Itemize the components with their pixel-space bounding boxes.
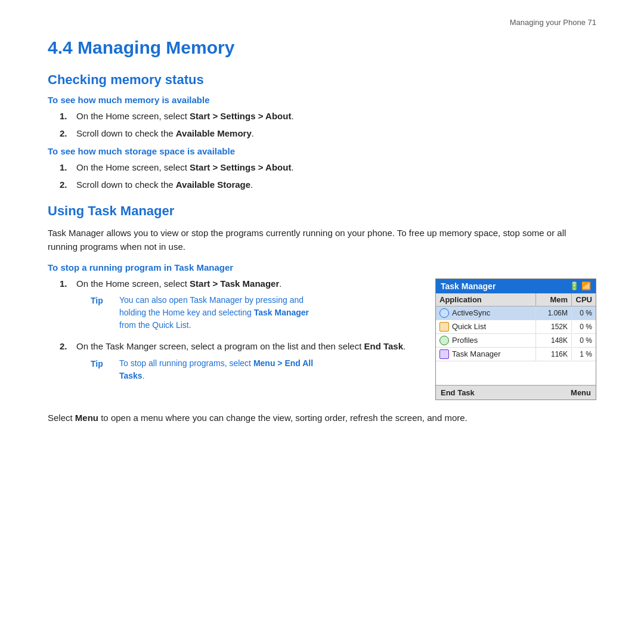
step-text: On the Home screen, select Start > Task …	[76, 277, 417, 337]
tm-app-cell: Quick List	[436, 320, 536, 333]
tip-text-1: You can also open Task Manager by pressi…	[119, 294, 322, 332]
taskmanager-icon	[439, 349, 449, 359]
step-num: 1.	[60, 161, 74, 175]
table-row[interactable]: Task Manager 116K 1 %	[436, 348, 596, 361]
tm-mem-cell: 116K	[536, 348, 572, 360]
step-text: Scroll down to check the Available Stora…	[76, 178, 596, 192]
step-item: 2. Scroll down to check the Available Me…	[60, 127, 596, 141]
tm-mem-cell: 152K	[536, 321, 572, 333]
tm-cpu-cell: 0 %	[572, 307, 596, 319]
tm-menu-button[interactable]: Menu	[571, 388, 591, 397]
step-text: On the Home screen, select Start > Setti…	[76, 110, 596, 123]
tip-label: Tip	[91, 358, 113, 370]
tm-footer: End Task Menu	[436, 385, 596, 400]
step-item: 1. On the Home screen, select Start > Ta…	[60, 277, 417, 337]
task-manager-intro: Task Manager allows you to view or stop …	[48, 226, 596, 254]
tm-col-cpu-header: CPU	[572, 293, 596, 306]
step-item: 2. On the Task Manger screen, select a p…	[60, 340, 417, 387]
step-text: Scroll down to check the Available Memor…	[76, 127, 596, 141]
tm-header-row: Application Mem CPU	[436, 293, 596, 306]
chapter-title: 4.4 Managing Memory	[48, 38, 596, 58]
tm-app-name: ActiveSync	[452, 308, 490, 317]
tip-text-2: To stop all running programs, select Men…	[119, 357, 322, 382]
tm-end-task-button[interactable]: End Task	[441, 388, 475, 397]
step-text: On the Home screen, select Start > Setti…	[76, 161, 596, 175]
tm-mem-cell: 1.06M	[536, 307, 572, 319]
tm-col-mem-header: Mem	[536, 293, 572, 306]
subsection-storage-available: To see how much storage space is availab…	[48, 146, 596, 191]
tm-cpu-cell: 0 %	[572, 335, 596, 346]
task-manager-title: Using Task Manager	[48, 203, 596, 219]
tm-app-cell: Task Manager	[436, 348, 536, 361]
tm-app-cell: ActiveSync	[436, 306, 536, 320]
tm-cpu-cell: 0 %	[572, 321, 596, 333]
tm-app-name: Task Manager	[452, 349, 501, 358]
steps-column: 1. On the Home screen, select Start > Ta…	[48, 277, 417, 393]
step-num: 1.	[60, 277, 74, 291]
quicklist-icon	[439, 322, 449, 332]
task-manager-steps: 1. On the Home screen, select Start > Ta…	[60, 277, 417, 387]
tm-app-cell: Profiles	[436, 334, 536, 347]
step-num: 2.	[60, 340, 74, 354]
storage-available-title: To see how much storage space is availab…	[48, 146, 596, 156]
step-num: 2.	[60, 178, 74, 192]
stop-program-title: To stop a running program in Task Manage…	[48, 262, 596, 273]
two-column-layout: 1. On the Home screen, select Start > Ta…	[48, 277, 596, 400]
section-task-manager: Using Task Manager Task Manager allows y…	[48, 203, 596, 425]
tm-title: Task Manager	[441, 281, 496, 291]
tm-battery-icon: 🔋	[569, 281, 579, 290]
tm-col-app-header: Application	[436, 293, 536, 306]
step-item: 1. On the Home screen, select Start > Se…	[60, 161, 596, 175]
tm-cpu-cell: 1 %	[572, 348, 596, 360]
tip-row-1: Tip You can also open Task Manager by pr…	[91, 294, 417, 332]
tip-row-2: Tip To stop all running programs, select…	[91, 357, 417, 382]
step-text: On the Task Manger screen, select a prog…	[76, 340, 417, 387]
storage-available-steps: 1. On the Home screen, select Start > Se…	[60, 161, 596, 191]
step-item: 1. On the Home screen, select Start > Se…	[60, 110, 596, 123]
tm-empty-row	[436, 361, 596, 385]
tm-titlebar: Task Manager 🔋 📶	[436, 279, 596, 293]
memory-available-steps: 1. On the Home screen, select Start > Se…	[60, 110, 596, 140]
step-num: 2.	[60, 127, 74, 141]
section-checking-memory: Checking memory status To see how much m…	[48, 72, 596, 191]
tm-mem-cell: 148K	[536, 335, 572, 346]
tm-signal-icon: 📶	[581, 281, 591, 290]
activesync-icon	[439, 308, 449, 318]
table-row[interactable]: Profiles 148K 0 %	[436, 334, 596, 348]
page-header: Managing your Phone 71	[48, 18, 596, 27]
step-num: 1.	[60, 110, 74, 123]
subsection-memory-available: To see how much memory is available 1. O…	[48, 95, 596, 140]
tm-app-name: Profiles	[452, 336, 478, 345]
tm-app-name: Quick List	[452, 322, 486, 331]
closing-text: Select Menu to open a menu where you can…	[48, 411, 596, 425]
step-item: 2. Scroll down to check the Available St…	[60, 178, 596, 192]
task-manager-screenshot: Task Manager 🔋 📶 Application Mem CPU Act	[435, 278, 596, 400]
profiles-icon	[439, 336, 449, 345]
tm-titlebar-icons: 🔋 📶	[569, 281, 591, 290]
checking-memory-title: Checking memory status	[48, 72, 596, 88]
table-row[interactable]: ActiveSync 1.06M 0 %	[436, 306, 596, 320]
page-container: Managing your Phone 71 4.4 Managing Memo…	[0, 0, 644, 644]
tip-label: Tip	[91, 295, 113, 307]
memory-available-title: To see how much memory is available	[48, 95, 596, 105]
table-row[interactable]: Quick List 152K 0 %	[436, 320, 596, 334]
